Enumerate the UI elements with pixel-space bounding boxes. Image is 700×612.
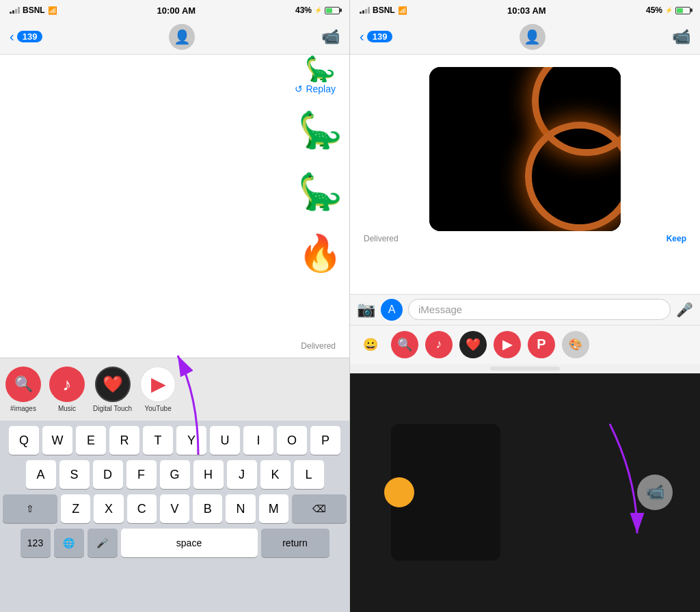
right-carrier: BSNL (373, 5, 395, 15)
key-shift[interactable]: ⇧ (3, 494, 57, 523)
digital-touch-circle: ❤️ (95, 367, 131, 402)
left-status-bar: BSNL 📶 10:00 AM 43% ⚡ (0, 0, 349, 19)
key-o[interactable]: O (277, 426, 307, 455)
right-chevron-left-icon: ‹ (360, 29, 364, 44)
key-e[interactable]: E (76, 426, 106, 455)
dino2-sticker: 🦕 (298, 171, 342, 213)
key-c[interactable]: C (127, 494, 157, 523)
right-heart-icon[interactable]: ❤️ (459, 331, 487, 358)
key-mic[interactable]: 🎤 (88, 529, 118, 557)
left-back-button[interactable]: ‹ 139 (10, 29, 42, 44)
keyboard-row-2: A S D F G H J K L (3, 460, 347, 489)
right-p-icon[interactable]: P (528, 331, 555, 358)
wifi-icon: 📶 (48, 6, 57, 15)
key-z[interactable]: Z (61, 494, 90, 523)
left-delivered: Delivered (301, 341, 336, 351)
key-space[interactable]: space (121, 529, 258, 557)
key-n[interactable]: N (226, 494, 255, 523)
video-camera-icon: 📹 (646, 483, 664, 501)
keyboard: Q W E R T Y U I O P A S D F G H J K L ⇧ … (0, 421, 349, 612)
key-k[interactable]: K (260, 460, 291, 489)
keyboard-row-3: ⇧ Z X C V B N M ⌫ (3, 494, 347, 523)
key-return[interactable]: return (261, 529, 329, 557)
key-backspace[interactable]: ⌫ (292, 494, 347, 523)
key-d[interactable]: D (93, 460, 123, 489)
youtube-play-icon: ▶ (151, 374, 165, 395)
key-m[interactable]: M (259, 494, 288, 523)
right-delivered-label: Delivered (364, 234, 399, 243)
right-nav-bar: ‹ 139 👤 📹 (350, 19, 700, 55)
signal-icon (10, 7, 20, 14)
mic-icon[interactable]: 🎤 (676, 302, 693, 318)
right-search-icon[interactable]: 🔍 (391, 331, 418, 358)
right-signal-icon (360, 7, 370, 14)
key-q[interactable]: Q (9, 426, 39, 455)
left-video-call-button[interactable]: 📹 (321, 28, 340, 46)
imessage-input[interactable]: iMessage (408, 299, 671, 320)
left-carrier-signal: BSNL 📶 (10, 5, 57, 15)
video-icon-circle[interactable]: 📹 (637, 475, 673, 510)
right-battery-pct: 45% (646, 5, 662, 15)
magnifier-icon: 🔍 (14, 375, 33, 393)
key-numbers[interactable]: 123 (21, 529, 51, 557)
key-y[interactable]: Y (176, 426, 206, 455)
left-nav-bar: ‹ 139 👤 📹 (0, 19, 349, 55)
key-l[interactable]: L (294, 460, 324, 489)
appstore-button[interactable]: A (381, 299, 403, 321)
key-w[interactable]: W (42, 426, 72, 455)
key-t[interactable]: T (143, 426, 173, 455)
youtube-label: YouTube (144, 405, 171, 412)
key-s[interactable]: S (59, 460, 90, 489)
music-label: Music (58, 405, 76, 412)
replay-label: Replay (306, 83, 336, 94)
top-sticker: 🦕 (305, 55, 336, 83)
orange-record-button[interactable] (384, 477, 414, 507)
music-app-icon[interactable]: ♪ Music (49, 367, 85, 412)
images-label: #images (10, 405, 36, 412)
camera-icon[interactable]: 📷 (357, 301, 375, 319)
bottom-dark-area: 📹 (350, 373, 700, 613)
key-globe[interactable]: 🌐 (54, 529, 84, 557)
dino1-sticker: 🦕 (298, 109, 342, 151)
bubbles-image (429, 67, 621, 231)
right-youtube-icon[interactable]: ▶ (494, 331, 521, 358)
digital-touch-label: Digital Touch (93, 405, 132, 412)
replay-icon: ↺ (295, 83, 303, 94)
right-time: 10:03 AM (507, 5, 546, 16)
imessage-bar: 📷 A iMessage 🎤 (350, 294, 700, 325)
key-v[interactable]: V (160, 494, 189, 523)
right-video-call-button[interactable]: 📹 (672, 28, 690, 46)
images-icon-circle: 🔍 (5, 367, 41, 402)
emoji-icon[interactable]: 😀 (357, 331, 384, 358)
right-back-count: 139 (367, 31, 393, 42)
youtube-app-icon[interactable]: ▶ YouTube (140, 367, 176, 412)
digital-touch-icon[interactable]: ❤️ Digital Touch (93, 367, 132, 412)
right-extra-icon[interactable]: 🎨 (562, 331, 589, 358)
right-person-icon: 👤 (524, 29, 541, 45)
right-wifi-icon: 📶 (398, 6, 407, 15)
key-g[interactable]: G (160, 460, 190, 489)
right-charging-icon: ⚡ (665, 7, 673, 14)
right-back-button[interactable]: ‹ 139 (360, 29, 392, 44)
key-a[interactable]: A (26, 460, 56, 489)
replay-button[interactable]: ↺ Replay (295, 83, 336, 94)
left-back-count: 139 (17, 31, 43, 42)
key-x[interactable]: X (94, 494, 123, 523)
right-app-row: 😀 🔍 ♪ ❤️ ▶ P 🎨 (350, 325, 700, 364)
key-i[interactable]: I (243, 426, 273, 455)
left-phone: BSNL 📶 10:00 AM 43% ⚡ ‹ 139 👤 📹 🦕 ↺ Repl… (0, 0, 350, 612)
images-app-icon[interactable]: 🔍 #images (5, 367, 41, 412)
right-message-area: Delivered Keep (350, 55, 700, 294)
key-f[interactable]: F (126, 460, 157, 489)
battery-icon (325, 7, 340, 14)
key-r[interactable]: R (109, 426, 139, 455)
right-music-icon[interactable]: ♪ (425, 331, 453, 358)
appstore-icon: A (388, 304, 396, 316)
key-u[interactable]: U (210, 426, 240, 455)
keep-button[interactable]: Keep (667, 234, 686, 243)
key-p[interactable]: P (310, 426, 340, 455)
key-j[interactable]: J (227, 460, 257, 489)
left-carrier: BSNL (23, 5, 45, 15)
key-h[interactable]: H (193, 460, 224, 489)
key-b[interactable]: B (193, 494, 222, 523)
